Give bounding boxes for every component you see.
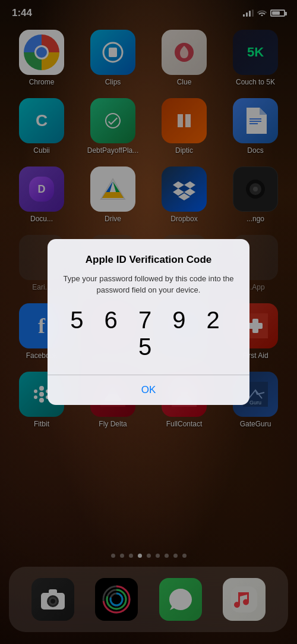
- alert-message: Type your password followed by this code…: [59, 273, 238, 296]
- alert-ok-label: OK: [141, 384, 156, 396]
- alert-ok-button[interactable]: OK: [48, 375, 249, 405]
- alert-code: 5 6 7 9 2 5: [59, 307, 238, 360]
- alert-content: Apple ID Verification Code Type your pas…: [48, 239, 249, 374]
- alert-box: Apple ID Verification Code Type your pas…: [48, 239, 249, 404]
- alert-overlay: Apple ID Verification Code Type your pas…: [0, 0, 297, 644]
- alert-title: Apple ID Verification Code: [59, 253, 238, 266]
